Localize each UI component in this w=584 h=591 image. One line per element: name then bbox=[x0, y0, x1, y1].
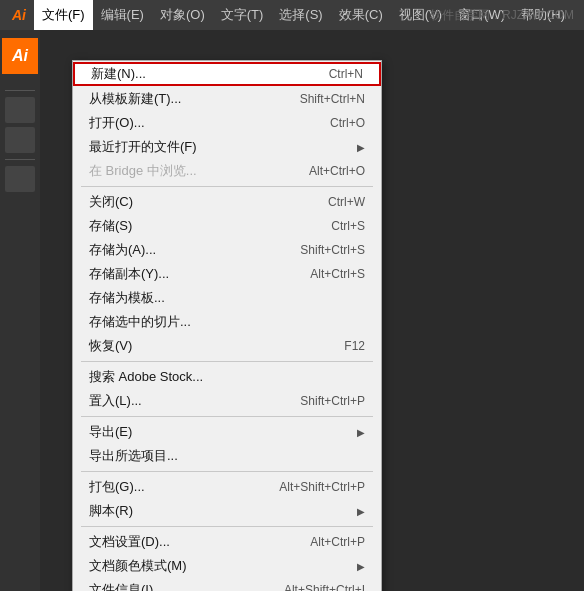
menu-edit[interactable]: 编辑(E) bbox=[93, 0, 152, 30]
menu-browse-bridge-label: 在 Bridge 中浏览... bbox=[89, 162, 289, 180]
menu-place-label: 置入(L)... bbox=[89, 392, 280, 410]
separator-2 bbox=[81, 361, 373, 362]
app-logo-large: Ai bbox=[2, 38, 38, 74]
menu-revert-label: 恢复(V) bbox=[89, 337, 324, 355]
menu-save-as-label: 存储为(A)... bbox=[89, 241, 280, 259]
menu-document-settings[interactable]: 文档设置(D)... Alt+Ctrl+P bbox=[73, 530, 381, 554]
menu-search-stock[interactable]: 搜索 Adobe Stock... bbox=[73, 365, 381, 389]
menu-package-shortcut: Alt+Shift+Ctrl+P bbox=[279, 480, 365, 494]
menu-export[interactable]: 导出(E) bbox=[73, 420, 381, 444]
menu-object[interactable]: 对象(O) bbox=[152, 0, 213, 30]
menu-place-shortcut: Shift+Ctrl+P bbox=[300, 394, 365, 408]
menu-revert[interactable]: 恢复(V) F12 bbox=[73, 334, 381, 358]
menu-document-settings-shortcut: Alt+Ctrl+P bbox=[310, 535, 365, 549]
menu-open-label: 打开(O)... bbox=[89, 114, 310, 132]
menu-new-from-template-shortcut: Shift+Ctrl+N bbox=[300, 92, 365, 106]
menu-text[interactable]: 文字(T) bbox=[213, 0, 272, 30]
menu-new-shortcut: Ctrl+N bbox=[329, 67, 363, 81]
menu-save-selected-slices-label: 存储选中的切片... bbox=[89, 313, 345, 331]
separator-5 bbox=[81, 526, 373, 527]
sidebar-tool-1[interactable] bbox=[5, 97, 35, 123]
menu-effect[interactable]: 效果(C) bbox=[331, 0, 391, 30]
sidebar-tool-3[interactable] bbox=[5, 166, 35, 192]
sidebar: Ai bbox=[0, 30, 40, 591]
menu-save-copy-label: 存储副本(Y)... bbox=[89, 265, 290, 283]
menu-revert-shortcut: F12 bbox=[344, 339, 365, 353]
menu-file-info-shortcut: Alt+Shift+Ctrl+I bbox=[284, 583, 365, 591]
menu-file-info-label: 文件信息(I)... bbox=[89, 581, 264, 591]
menu-close-shortcut: Ctrl+W bbox=[328, 195, 365, 209]
menu-select[interactable]: 选择(S) bbox=[271, 0, 330, 30]
menu-save-template-label: 存储为模板... bbox=[89, 289, 345, 307]
menu-save-copy-shortcut: Alt+Ctrl+S bbox=[310, 267, 365, 281]
menu-new[interactable]: 新建(N)... Ctrl+N bbox=[73, 62, 381, 86]
menu-export-selected[interactable]: 导出所选项目... bbox=[73, 444, 381, 468]
menu-save-as-shortcut: Shift+Ctrl+S bbox=[300, 243, 365, 257]
menu-browse-bridge-shortcut: Alt+Ctrl+O bbox=[309, 164, 365, 178]
menu-save-label: 存储(S) bbox=[89, 217, 311, 235]
menu-save[interactable]: 存储(S) Ctrl+S bbox=[73, 214, 381, 238]
menu-save-template[interactable]: 存储为模板... bbox=[73, 286, 381, 310]
menu-scripts-label: 脚本(R) bbox=[89, 502, 337, 520]
menu-close-label: 关闭(C) bbox=[89, 193, 308, 211]
menu-recent-files-label: 最近打开的文件(F) bbox=[89, 138, 337, 156]
menu-document-settings-label: 文档设置(D)... bbox=[89, 533, 290, 551]
menu-new-label: 新建(N)... bbox=[91, 65, 309, 83]
menu-package-label: 打包(G)... bbox=[89, 478, 259, 496]
menu-export-label: 导出(E) bbox=[89, 423, 337, 441]
separator-4 bbox=[81, 471, 373, 472]
app-logo-small: Ai bbox=[4, 0, 34, 30]
menu-scripts[interactable]: 脚本(R) bbox=[73, 499, 381, 523]
menu-save-selected-slices[interactable]: 存储选中的切片... bbox=[73, 310, 381, 334]
menu-open-shortcut: Ctrl+O bbox=[330, 116, 365, 130]
menu-search-stock-label: 搜索 Adobe Stock... bbox=[89, 368, 345, 386]
menu-close[interactable]: 关闭(C) Ctrl+W bbox=[73, 190, 381, 214]
menu-file-info[interactable]: 文件信息(I)... Alt+Shift+Ctrl+I bbox=[73, 578, 381, 591]
menu-save-copy[interactable]: 存储副本(Y)... Alt+Ctrl+S bbox=[73, 262, 381, 286]
menu-export-selected-label: 导出所选项目... bbox=[89, 447, 345, 465]
menu-file[interactable]: 文件(F) bbox=[34, 0, 93, 30]
sidebar-divider-1 bbox=[5, 90, 35, 91]
menu-document-color-mode-label: 文档颜色模式(M) bbox=[89, 557, 337, 575]
separator-1 bbox=[81, 186, 373, 187]
main-area: Ai 新建(N)... Ctrl+N 从模板新建(T)... Shift+Ctr… bbox=[0, 30, 584, 591]
separator-3 bbox=[81, 416, 373, 417]
menu-new-from-template[interactable]: 从模板新建(T)... Shift+Ctrl+N bbox=[73, 87, 381, 111]
menu-document-color-mode[interactable]: 文档颜色模式(M) bbox=[73, 554, 381, 578]
file-dropdown-menu: 新建(N)... Ctrl+N 从模板新建(T)... Shift+Ctrl+N… bbox=[72, 60, 382, 591]
sidebar-divider-2 bbox=[5, 159, 35, 160]
menu-place[interactable]: 置入(L)... Shift+Ctrl+P bbox=[73, 389, 381, 413]
menu-recent-files[interactable]: 最近打开的文件(F) bbox=[73, 135, 381, 159]
menu-save-as[interactable]: 存储为(A)... Shift+Ctrl+S bbox=[73, 238, 381, 262]
menu-browse-bridge[interactable]: 在 Bridge 中浏览... Alt+Ctrl+O bbox=[73, 159, 381, 183]
website-label: 软件自学网：RJZXW.COM bbox=[430, 7, 574, 24]
menu-open[interactable]: 打开(O)... Ctrl+O bbox=[73, 111, 381, 135]
content-area: 新建(N)... Ctrl+N 从模板新建(T)... Shift+Ctrl+N… bbox=[40, 30, 584, 591]
menu-save-shortcut: Ctrl+S bbox=[331, 219, 365, 233]
menu-bar: Ai 文件(F) 编辑(E) 对象(O) 文字(T) 选择(S) 效果(C) 视… bbox=[0, 0, 584, 30]
menu-package[interactable]: 打包(G)... Alt+Shift+Ctrl+P bbox=[73, 475, 381, 499]
sidebar-tool-2[interactable] bbox=[5, 127, 35, 153]
menu-new-from-template-label: 从模板新建(T)... bbox=[89, 90, 280, 108]
